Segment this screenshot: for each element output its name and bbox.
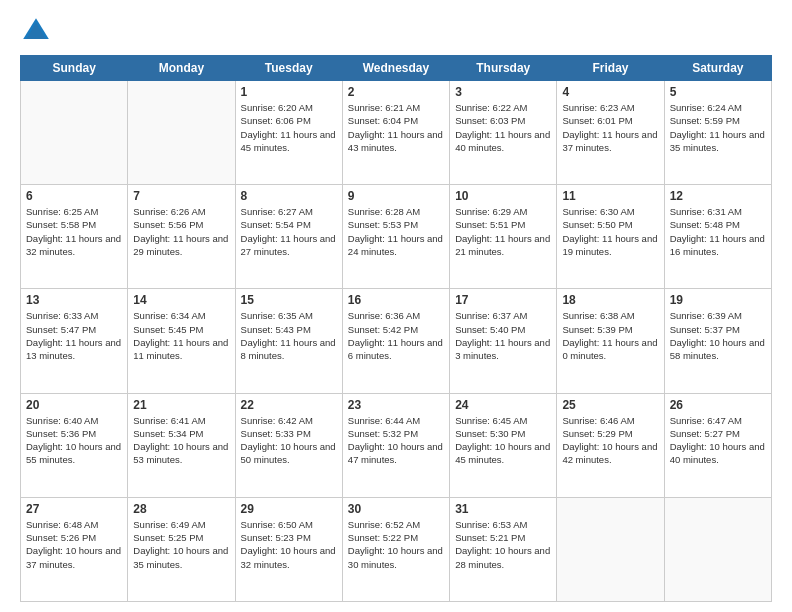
- day-number: 9: [348, 189, 444, 203]
- cell-text: Sunrise: 6:46 AM Sunset: 5:29 PM Dayligh…: [562, 414, 658, 467]
- calendar-cell: 18Sunrise: 6:38 AM Sunset: 5:39 PM Dayli…: [557, 289, 664, 393]
- calendar-cell: 2Sunrise: 6:21 AM Sunset: 6:04 PM Daylig…: [342, 81, 449, 185]
- calendar-cell: [21, 81, 128, 185]
- cell-text: Sunrise: 6:41 AM Sunset: 5:34 PM Dayligh…: [133, 414, 229, 467]
- cell-text: Sunrise: 6:28 AM Sunset: 5:53 PM Dayligh…: [348, 205, 444, 258]
- cell-text: Sunrise: 6:25 AM Sunset: 5:58 PM Dayligh…: [26, 205, 122, 258]
- calendar-cell: 29Sunrise: 6:50 AM Sunset: 5:23 PM Dayli…: [235, 497, 342, 601]
- calendar-cell: 20Sunrise: 6:40 AM Sunset: 5:36 PM Dayli…: [21, 393, 128, 497]
- day-number: 30: [348, 502, 444, 516]
- calendar-cell: 8Sunrise: 6:27 AM Sunset: 5:54 PM Daylig…: [235, 185, 342, 289]
- day-number: 22: [241, 398, 337, 412]
- calendar-cell: 12Sunrise: 6:31 AM Sunset: 5:48 PM Dayli…: [664, 185, 771, 289]
- cell-text: Sunrise: 6:35 AM Sunset: 5:43 PM Dayligh…: [241, 309, 337, 362]
- cell-text: Sunrise: 6:24 AM Sunset: 5:59 PM Dayligh…: [670, 101, 766, 154]
- day-number: 19: [670, 293, 766, 307]
- calendar-cell: 4Sunrise: 6:23 AM Sunset: 6:01 PM Daylig…: [557, 81, 664, 185]
- day-number: 31: [455, 502, 551, 516]
- calendar-cell: 27Sunrise: 6:48 AM Sunset: 5:26 PM Dayli…: [21, 497, 128, 601]
- day-number: 29: [241, 502, 337, 516]
- day-number: 23: [348, 398, 444, 412]
- day-number: 26: [670, 398, 766, 412]
- cell-text: Sunrise: 6:47 AM Sunset: 5:27 PM Dayligh…: [670, 414, 766, 467]
- calendar-cell: [557, 497, 664, 601]
- cell-text: Sunrise: 6:39 AM Sunset: 5:37 PM Dayligh…: [670, 309, 766, 362]
- day-header-sunday: Sunday: [21, 56, 128, 81]
- calendar-cell: 16Sunrise: 6:36 AM Sunset: 5:42 PM Dayli…: [342, 289, 449, 393]
- day-number: 8: [241, 189, 337, 203]
- cell-text: Sunrise: 6:44 AM Sunset: 5:32 PM Dayligh…: [348, 414, 444, 467]
- day-number: 13: [26, 293, 122, 307]
- calendar-cell: 1Sunrise: 6:20 AM Sunset: 6:06 PM Daylig…: [235, 81, 342, 185]
- cell-text: Sunrise: 6:26 AM Sunset: 5:56 PM Dayligh…: [133, 205, 229, 258]
- cell-text: Sunrise: 6:21 AM Sunset: 6:04 PM Dayligh…: [348, 101, 444, 154]
- calendar-cell: [664, 497, 771, 601]
- calendar-cell: 23Sunrise: 6:44 AM Sunset: 5:32 PM Dayli…: [342, 393, 449, 497]
- cell-text: Sunrise: 6:33 AM Sunset: 5:47 PM Dayligh…: [26, 309, 122, 362]
- calendar-cell: 3Sunrise: 6:22 AM Sunset: 6:03 PM Daylig…: [450, 81, 557, 185]
- calendar-cell: 31Sunrise: 6:53 AM Sunset: 5:21 PM Dayli…: [450, 497, 557, 601]
- day-number: 25: [562, 398, 658, 412]
- cell-text: Sunrise: 6:52 AM Sunset: 5:22 PM Dayligh…: [348, 518, 444, 571]
- calendar-cell: 14Sunrise: 6:34 AM Sunset: 5:45 PM Dayli…: [128, 289, 235, 393]
- page: SundayMondayTuesdayWednesdayThursdayFrid…: [0, 0, 792, 612]
- day-header-thursday: Thursday: [450, 56, 557, 81]
- calendar-cell: 10Sunrise: 6:29 AM Sunset: 5:51 PM Dayli…: [450, 185, 557, 289]
- cell-text: Sunrise: 6:22 AM Sunset: 6:03 PM Dayligh…: [455, 101, 551, 154]
- cell-text: Sunrise: 6:30 AM Sunset: 5:50 PM Dayligh…: [562, 205, 658, 258]
- calendar-cell: 5Sunrise: 6:24 AM Sunset: 5:59 PM Daylig…: [664, 81, 771, 185]
- day-header-monday: Monday: [128, 56, 235, 81]
- day-number: 24: [455, 398, 551, 412]
- cell-text: Sunrise: 6:40 AM Sunset: 5:36 PM Dayligh…: [26, 414, 122, 467]
- cell-text: Sunrise: 6:53 AM Sunset: 5:21 PM Dayligh…: [455, 518, 551, 571]
- calendar-cell: 30Sunrise: 6:52 AM Sunset: 5:22 PM Dayli…: [342, 497, 449, 601]
- calendar-cell: 17Sunrise: 6:37 AM Sunset: 5:40 PM Dayli…: [450, 289, 557, 393]
- day-number: 10: [455, 189, 551, 203]
- calendar-cell: 9Sunrise: 6:28 AM Sunset: 5:53 PM Daylig…: [342, 185, 449, 289]
- day-number: 2: [348, 85, 444, 99]
- calendar-cell: 21Sunrise: 6:41 AM Sunset: 5:34 PM Dayli…: [128, 393, 235, 497]
- day-header-friday: Friday: [557, 56, 664, 81]
- calendar-cell: 13Sunrise: 6:33 AM Sunset: 5:47 PM Dayli…: [21, 289, 128, 393]
- cell-text: Sunrise: 6:45 AM Sunset: 5:30 PM Dayligh…: [455, 414, 551, 467]
- cell-text: Sunrise: 6:20 AM Sunset: 6:06 PM Dayligh…: [241, 101, 337, 154]
- cell-text: Sunrise: 6:36 AM Sunset: 5:42 PM Dayligh…: [348, 309, 444, 362]
- day-number: 7: [133, 189, 229, 203]
- calendar-week-5: 27Sunrise: 6:48 AM Sunset: 5:26 PM Dayli…: [21, 497, 772, 601]
- day-number: 20: [26, 398, 122, 412]
- cell-text: Sunrise: 6:42 AM Sunset: 5:33 PM Dayligh…: [241, 414, 337, 467]
- day-header-tuesday: Tuesday: [235, 56, 342, 81]
- calendar-cell: 24Sunrise: 6:45 AM Sunset: 5:30 PM Dayli…: [450, 393, 557, 497]
- calendar-cell: 19Sunrise: 6:39 AM Sunset: 5:37 PM Dayli…: [664, 289, 771, 393]
- cell-text: Sunrise: 6:38 AM Sunset: 5:39 PM Dayligh…: [562, 309, 658, 362]
- cell-text: Sunrise: 6:34 AM Sunset: 5:45 PM Dayligh…: [133, 309, 229, 362]
- cell-text: Sunrise: 6:49 AM Sunset: 5:25 PM Dayligh…: [133, 518, 229, 571]
- day-number: 27: [26, 502, 122, 516]
- calendar-cell: [128, 81, 235, 185]
- cell-text: Sunrise: 6:29 AM Sunset: 5:51 PM Dayligh…: [455, 205, 551, 258]
- day-number: 5: [670, 85, 766, 99]
- cell-text: Sunrise: 6:31 AM Sunset: 5:48 PM Dayligh…: [670, 205, 766, 258]
- day-number: 12: [670, 189, 766, 203]
- calendar-cell: 22Sunrise: 6:42 AM Sunset: 5:33 PM Dayli…: [235, 393, 342, 497]
- day-number: 17: [455, 293, 551, 307]
- cell-text: Sunrise: 6:48 AM Sunset: 5:26 PM Dayligh…: [26, 518, 122, 571]
- day-number: 4: [562, 85, 658, 99]
- day-number: 21: [133, 398, 229, 412]
- day-number: 11: [562, 189, 658, 203]
- day-number: 1: [241, 85, 337, 99]
- logo: [20, 15, 58, 47]
- calendar-week-1: 1Sunrise: 6:20 AM Sunset: 6:06 PM Daylig…: [21, 81, 772, 185]
- calendar-cell: 6Sunrise: 6:25 AM Sunset: 5:58 PM Daylig…: [21, 185, 128, 289]
- calendar-cell: 15Sunrise: 6:35 AM Sunset: 5:43 PM Dayli…: [235, 289, 342, 393]
- calendar-header-row: SundayMondayTuesdayWednesdayThursdayFrid…: [21, 56, 772, 81]
- cell-text: Sunrise: 6:37 AM Sunset: 5:40 PM Dayligh…: [455, 309, 551, 362]
- calendar-cell: 26Sunrise: 6:47 AM Sunset: 5:27 PM Dayli…: [664, 393, 771, 497]
- day-number: 3: [455, 85, 551, 99]
- calendar-cell: 7Sunrise: 6:26 AM Sunset: 5:56 PM Daylig…: [128, 185, 235, 289]
- cell-text: Sunrise: 6:23 AM Sunset: 6:01 PM Dayligh…: [562, 101, 658, 154]
- day-number: 6: [26, 189, 122, 203]
- day-header-saturday: Saturday: [664, 56, 771, 81]
- logo-icon: [20, 15, 52, 47]
- header: [20, 15, 772, 47]
